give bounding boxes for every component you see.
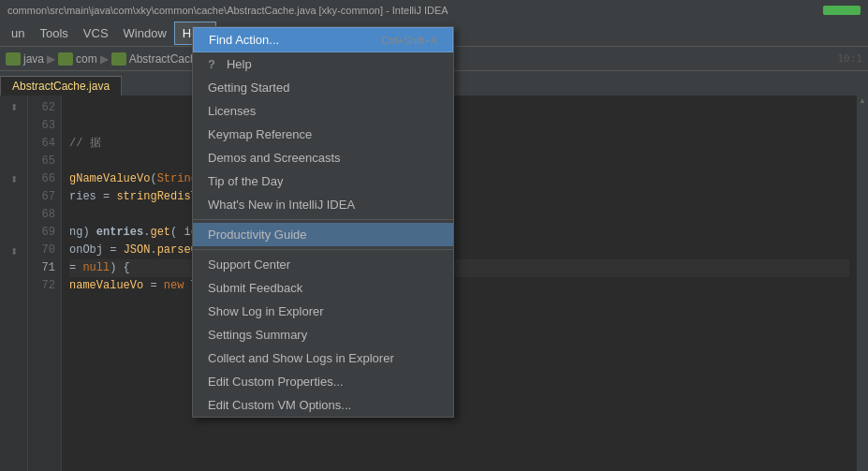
dropdown-find-action[interactable]: Find Action... Ctrl+Shift+A <box>193 27 453 52</box>
gutter-icon-3: ⬍ <box>7 243 22 258</box>
code-line-63 <box>69 117 849 135</box>
menu-run[interactable]: un <box>4 22 32 44</box>
dropdown-getting-started[interactable]: Getting Started <box>193 76 453 99</box>
whats-new-label: What's New in IntelliJ IDEA <box>208 198 355 212</box>
dropdown-help-label: Help <box>227 57 252 71</box>
dropdown-edit-custom-vm[interactable]: Edit Custom VM Options... <box>193 393 453 417</box>
dropdown-licenses[interactable]: Licenses <box>193 99 453 123</box>
breadcrumb: java ▶ com ▶ AbstractCache › <box>6 52 209 66</box>
code-line-72: nameValueVo = new TagNameValueVo() <box>69 277 849 295</box>
tip-label: Tip of the Day <box>208 174 283 188</box>
code-line-71: = null) { <box>69 259 849 277</box>
menu-tools[interactable]: Tools <box>32 22 75 44</box>
dropdown-submit-feedback[interactable]: Submit Feedback <box>193 276 453 300</box>
code-line-62 <box>69 99 849 117</box>
right-scrollbar[interactable]: ▲ <box>857 96 868 471</box>
window-title: common\src\main\java\com\xky\common\cach… <box>7 5 449 16</box>
scroll-up-icon[interactable]: ▲ <box>858 96 867 105</box>
find-action-shortcut: Ctrl+Shift+A <box>382 35 437 46</box>
code-line-64: // 据 <box>69 135 849 153</box>
keymap-label: Keymap Reference <box>208 127 312 141</box>
code-line-67: ries = stringRedisTemplate.opsForHash <box>69 188 849 206</box>
dropdown-keymap[interactable]: Keymap Reference <box>193 123 453 146</box>
demos-label: Demos and Screencasts <box>208 151 341 165</box>
file-tab-label: AbstractCache.java <box>12 80 110 93</box>
settings-summary-label: Settings Summary <box>208 328 307 342</box>
line-col-indicator: 10:1 <box>838 52 863 65</box>
line-num-67: 67 <box>34 188 55 206</box>
dropdown-help[interactable]: ? Help <box>193 52 453 76</box>
java-folder-icon <box>6 52 21 66</box>
file-tab-abstractcache[interactable]: AbstractCache.java <box>0 76 122 96</box>
dropdown-collect-logs[interactable]: Collect and Show Logs in Explorer <box>193 346 453 370</box>
line-num-71: 71 <box>34 259 55 277</box>
com-folder-icon <box>58 52 73 66</box>
getting-started-label: Getting Started <box>208 81 289 95</box>
line-numbers: 62 63 64 65 66 67 68 69 70 71 72 <box>28 96 62 471</box>
dropdown-productivity-guide[interactable]: Productivity Guide <box>193 223 453 246</box>
dropdown-settings-summary[interactable]: Settings Summary <box>193 323 453 346</box>
edit-custom-props-label: Edit Custom Properties... <box>208 375 344 389</box>
title-bar-controls <box>823 6 861 15</box>
line-num-70: 70 <box>34 242 55 259</box>
title-bar: common\src\main\java\com\xky\common\cach… <box>0 0 868 21</box>
show-log-label: Show Log in Explorer <box>208 304 324 318</box>
collect-logs-label: Collect and Show Logs in Explorer <box>208 351 394 365</box>
submit-feedback-label: Submit Feedback <box>208 281 302 295</box>
line-num-62: 62 <box>34 99 55 117</box>
support-center-label: Support Center <box>208 258 290 272</box>
breadcrumb-com[interactable]: com <box>76 52 97 66</box>
line-num-64: 64 <box>34 135 55 153</box>
dropdown-demos[interactable]: Demos and Screencasts <box>193 146 453 169</box>
dropdown-edit-custom-props[interactable]: Edit Custom Properties... <box>193 370 453 393</box>
battery-indicator <box>823 6 861 15</box>
dropdown-show-log[interactable]: Show Log in Explorer <box>193 300 453 323</box>
help-question-icon: ? <box>208 57 215 71</box>
find-action-label: Find Action... <box>209 33 279 47</box>
code-line-66: gNameValueVo(String id,String redisHas <box>69 170 849 188</box>
breadcrumb-sep-1: ▶ <box>47 52 55 66</box>
left-gutter: ⬍ ⬍ ⬍ <box>0 96 28 471</box>
line-num-65: 65 <box>34 153 55 170</box>
line-num-66: 66 <box>34 170 55 188</box>
code-line-68 <box>69 206 849 224</box>
dropdown-tip[interactable]: Tip of the Day <box>193 169 453 193</box>
edit-custom-vm-label: Edit Custom VM Options... <box>208 398 351 412</box>
gutter-icon-2: ⬍ <box>7 171 22 186</box>
licenses-label: Licenses <box>208 104 256 118</box>
help-dropdown-menu: Find Action... Ctrl+Shift+A ? Help Getti… <box>192 26 454 418</box>
line-num-69: 69 <box>34 224 55 242</box>
line-num-68: 68 <box>34 206 55 224</box>
dropdown-support-center[interactable]: Support Center <box>193 253 453 276</box>
dropdown-sep-2 <box>193 249 453 250</box>
class-icon <box>111 52 126 66</box>
productivity-guide-label: Productivity Guide <box>208 228 307 242</box>
menu-window[interactable]: Window <box>116 22 174 44</box>
breadcrumb-sep-2: ▶ <box>100 52 109 66</box>
menu-vcs[interactable]: VCS <box>76 22 116 44</box>
code-line-70: onObj = JSON.parseObject(json); <box>69 242 849 259</box>
code-line-65 <box>69 153 849 170</box>
gutter-icon-1: ⬍ <box>7 99 22 114</box>
breadcrumb-java[interactable]: java <box>23 52 44 66</box>
code-editor[interactable]: // 据 gNameValueVo(String id,String redis… <box>62 96 857 471</box>
line-num-63: 63 <box>34 117 55 135</box>
code-line-69: ng) entries.get( id ); <box>69 224 849 242</box>
line-num-72: 72 <box>34 277 55 295</box>
dropdown-sep-1 <box>193 219 453 220</box>
dropdown-whats-new[interactable]: What's New in IntelliJ IDEA <box>193 193 453 216</box>
